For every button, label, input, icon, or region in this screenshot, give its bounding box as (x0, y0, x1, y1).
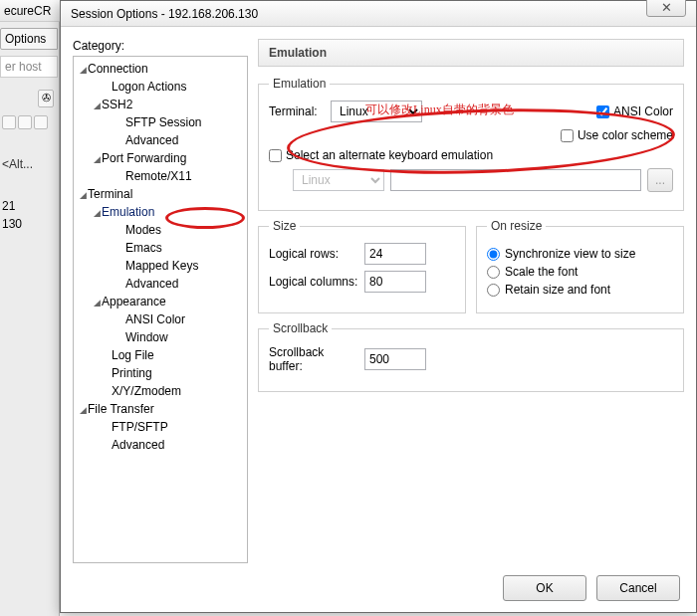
on-resize-group: On resize Synchronize view to size Scale… (476, 219, 684, 313)
app-title: ecureCR (0, 0, 60, 22)
tree-logon-actions[interactable]: Logon Actions (112, 80, 186, 94)
use-color-scheme-input[interactable] (561, 129, 574, 142)
toolbar-btn[interactable] (18, 115, 32, 129)
alt-keyboard-path (390, 169, 641, 191)
resize-retain-radio[interactable]: Retain size and font (487, 283, 673, 297)
tree-modes[interactable]: Modes (125, 223, 161, 237)
cancel-button[interactable]: Cancel (596, 575, 680, 601)
scrollback-input[interactable] (364, 348, 426, 370)
emulation-group: Emulation Terminal: Linux ANSI Color Use… (258, 77, 684, 211)
cols-label: Logical columns: (269, 275, 358, 289)
resize-legend: On resize (487, 219, 546, 233)
tree-advanced[interactable]: Advanced (112, 438, 164, 452)
tree-sftp-session[interactable]: SFTP Session (125, 115, 201, 129)
tree-ftp-sftp[interactable]: FTP/SFTP (112, 420, 168, 434)
toolbar-btn[interactable] (2, 115, 16, 129)
alt-keyboard-input[interactable] (269, 149, 282, 162)
tab-alt[interactable]: <Alt... (2, 157, 33, 171)
button-bar: OK Cancel (61, 566, 696, 610)
tree-log-file[interactable]: Log File (112, 348, 154, 362)
logical-columns-input[interactable] (364, 271, 426, 293)
tree-xyzmodem[interactable]: X/Y/Zmodem (112, 384, 181, 398)
tree-ansi-color[interactable]: ANSI Color (125, 312, 185, 326)
category-label: Category: (73, 39, 248, 53)
bg-toolbar (2, 115, 52, 135)
terminal-label: Terminal: (269, 104, 325, 118)
scrollback-label: Scrollback buffer: (269, 345, 358, 373)
tree-terminal[interactable]: Terminal (88, 187, 132, 201)
host-field[interactable]: er host (0, 56, 58, 78)
ansi-color-input[interactable] (596, 105, 609, 118)
background-app: ecureCR Options er host ✇ <Alt... 21 130 (0, 0, 60, 616)
tree-file-transfer[interactable]: File Transfer (88, 402, 154, 416)
size-legend: Size (269, 219, 300, 233)
dialog-title: Session Options - 192.168.206.130 (71, 7, 258, 21)
resize-sync-radio[interactable]: Synchronize view to size (487, 247, 673, 261)
bg-text-130: 130 (2, 217, 22, 231)
scrollback-group: Scrollback Scrollback buffer: (258, 321, 684, 392)
bg-text-21: 21 (2, 199, 15, 213)
toolbar-btn[interactable] (34, 115, 48, 129)
rows-label: Logical rows: (269, 247, 358, 261)
session-options-dialog: Session Options - 192.168.206.130 ✕ Cate… (60, 0, 697, 613)
emulation-legend: Emulation (269, 77, 330, 91)
alt-keyboard-select: Linux (293, 169, 384, 191)
tree-appearance[interactable]: Appearance (102, 295, 166, 308)
tree-ssh2[interactable]: SSH2 (102, 98, 132, 111)
browse-button: ... (647, 168, 673, 192)
tree-mapped-keys[interactable]: Mapped Keys (125, 259, 198, 273)
tree-emulation[interactable]: Emulation (102, 205, 154, 219)
tree-remote-x11[interactable]: Remote/X11 (125, 169, 192, 183)
size-group: Size Logical rows: Logical columns: (258, 219, 466, 313)
options-tab[interactable]: Options (0, 28, 58, 50)
use-color-scheme-checkbox[interactable]: Use color scheme (561, 128, 673, 142)
tree-advanced[interactable]: Advanced (125, 133, 178, 147)
ansi-color-checkbox[interactable]: ANSI Color (596, 104, 673, 118)
close-button[interactable]: ✕ (646, 0, 686, 17)
tree-emacs[interactable]: Emacs (125, 241, 162, 255)
dialog-titlebar[interactable]: Session Options - 192.168.206.130 ✕ (61, 1, 696, 27)
logical-rows-input[interactable] (364, 243, 426, 265)
category-tree[interactable]: ◢Connection ▸Logon Actions ◢SSH2 ▸SFTP S… (73, 56, 248, 563)
panel-header: Emulation (258, 39, 684, 67)
annotation-text: 可以修改Linux自带的背景色 (365, 102, 514, 118)
ok-button[interactable]: OK (503, 575, 586, 601)
pin-icon[interactable]: ✇ (38, 90, 54, 107)
alt-keyboard-checkbox[interactable]: Select an alternate keyboard emulation (269, 148, 493, 162)
tree-printing[interactable]: Printing (112, 366, 152, 380)
tree-window[interactable]: Window (125, 330, 168, 344)
tree-connection[interactable]: Connection (88, 62, 148, 76)
scrollback-legend: Scrollback (269, 321, 332, 335)
tree-advanced[interactable]: Advanced (125, 277, 178, 291)
resize-scale-radio[interactable]: Scale the font (487, 265, 673, 279)
tree-port-forwarding[interactable]: Port Forwarding (102, 151, 186, 165)
